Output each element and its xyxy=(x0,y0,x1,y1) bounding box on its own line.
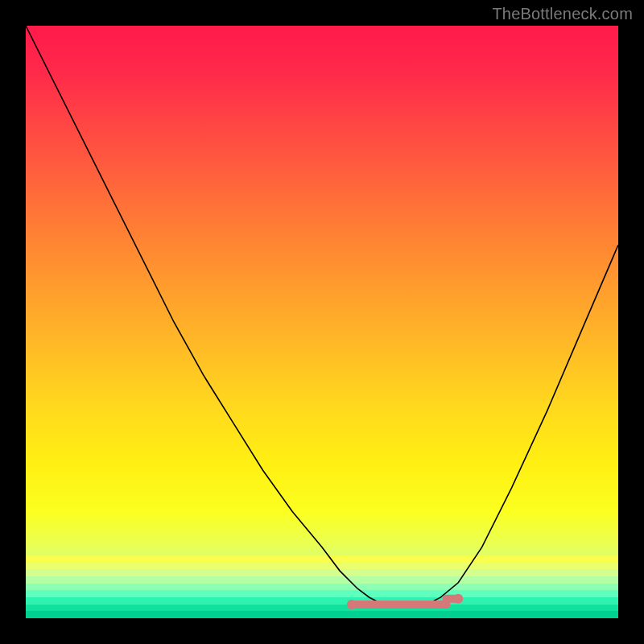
bottleneck-curve xyxy=(26,26,618,606)
chart-stage: TheBottleneck.com xyxy=(0,0,644,644)
plot-area xyxy=(26,26,618,618)
flat-region-endpoint xyxy=(453,594,463,604)
flat-region-endpoint xyxy=(347,600,357,609)
watermark-text: TheBottleneck.com xyxy=(492,5,633,23)
curve-svg xyxy=(26,26,618,618)
